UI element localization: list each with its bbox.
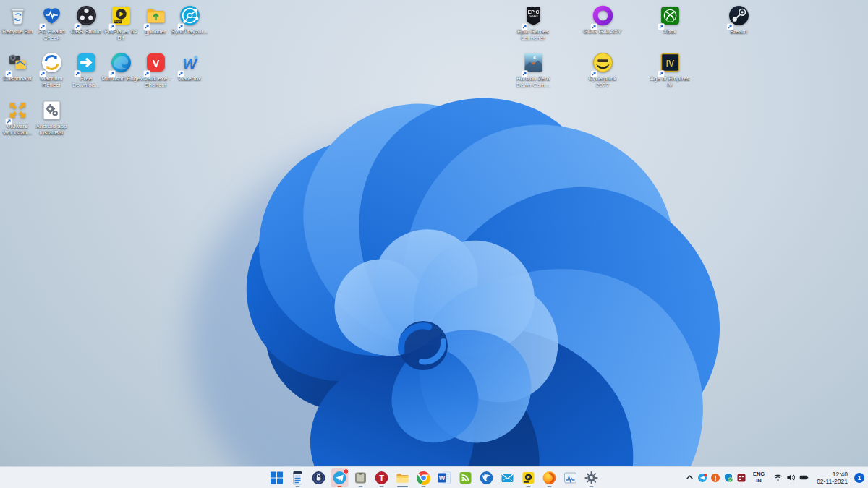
potplayer-d-icon: Player (110, 4, 132, 27)
telegram-taskbar-button[interactable] (331, 468, 349, 487)
tray-app-icons (697, 472, 747, 483)
shortcut-arrow-icon (5, 115, 12, 122)
svg-text:IV: IV (665, 59, 674, 69)
firefox-taskbar-button[interactable] (541, 468, 558, 487)
desktop-icon-synctrayzor[interactable]: SyncTrayzor... (169, 4, 210, 35)
shortcut-arrow-icon (143, 67, 150, 74)
notification-dot-badge (344, 468, 349, 474)
desktop-icon-label: Xbox (663, 28, 676, 35)
running-indicator (338, 486, 342, 488)
tray-overflow-chevron-icon[interactable] (685, 469, 694, 487)
running-indicator (397, 486, 408, 488)
shortcut-arrow-icon (521, 20, 528, 27)
desktop-icon-horizon-zero-dawn[interactable]: Horizon Zero Dawn Com... (513, 51, 553, 88)
dashboard-icon (7, 51, 29, 74)
shortcut-arrow-icon (177, 20, 184, 27)
desktop-icon-label: Microsoft Edge (101, 75, 140, 82)
shortcut-arrow-icon (109, 20, 116, 27)
cyberpunk-icon (592, 51, 614, 74)
edge-icon (110, 51, 132, 74)
shortcut-arrow-icon (590, 20, 597, 27)
running-indicator (380, 486, 384, 488)
recycle-bin-icon (7, 4, 29, 27)
antivirus-check-tray-icon[interactable] (723, 472, 734, 483)
desktop-icon-gog-galaxy[interactable]: GOG GALAXY (582, 4, 623, 35)
password-lock-app-taskbar-button[interactable] (310, 468, 328, 487)
running-indicator (590, 486, 594, 488)
volume-icon (786, 473, 796, 482)
obs-icon (75, 4, 98, 27)
desktop-icon-label: Android app InstallBat (31, 123, 72, 136)
shortcut-arrow-icon (177, 67, 184, 74)
running-indicator (296, 486, 300, 488)
desktop-icon-label: Recycle Bin (2, 28, 33, 35)
horizon-icon (522, 51, 545, 74)
settings-taskbar-button[interactable] (583, 468, 600, 487)
svg-text:T: T (379, 474, 384, 482)
rss-reader-taskbar-button[interactable] (457, 468, 475, 487)
gray-notes-app-taskbar-button[interactable] (352, 468, 370, 487)
desktop-icon-waterfox[interactable]: WWaterfox (169, 51, 210, 82)
aoe4-icon: IV (659, 51, 681, 74)
thunderbird-taskbar-button[interactable] (478, 468, 495, 487)
clock-time: 12:40 (817, 471, 848, 478)
shortcut-arrow-icon (521, 67, 528, 74)
desktop-icon-xbox[interactable]: Xbox (650, 4, 690, 35)
journal-app-taskbar-button[interactable] (289, 468, 307, 487)
desktop-icon-cyberpunk-2077[interactable]: Cyberpunk 2077 (582, 51, 623, 88)
running-indicator (527, 486, 531, 488)
running-indicator (548, 486, 552, 488)
shortcut-arrow-icon (143, 20, 150, 27)
system-tray: ENG IN (685, 467, 866, 488)
svg-text:GAMES: GAMES (529, 15, 538, 18)
alert-tray-icon[interactable] (710, 472, 721, 483)
desktop-icon-epic-games-launcher[interactable]: EPICGAMESEpic Games Launcher (513, 4, 553, 41)
start-button-taskbar-button[interactable] (268, 468, 286, 487)
shortcut-arrow-icon (5, 67, 12, 74)
taskbar: TW ENG IN (0, 466, 868, 488)
potplayer-taskbar-button[interactable] (520, 468, 537, 487)
gpodder-icon (145, 4, 167, 27)
red-t-app-taskbar-button[interactable]: T (373, 468, 391, 487)
shortcut-arrow-icon (658, 67, 665, 74)
task-manager-taskbar-button[interactable] (562, 468, 579, 487)
svg-text:EPIC: EPIC (527, 9, 539, 14)
shortcut-arrow-icon (726, 20, 733, 27)
steam-icon (728, 4, 750, 27)
shortcut-arrow-icon (39, 20, 46, 27)
language-line2: IN (753, 478, 765, 484)
macrium-icon (41, 51, 63, 74)
running-indicator (359, 486, 363, 488)
windows-11-desktop: Recycle BinPC Health CheckOBS StudioPlay… (0, 0, 868, 488)
vivaldi-icon: V (145, 51, 167, 74)
word-taskbar-button[interactable]: W (436, 468, 454, 487)
shortcut-arrow-icon (74, 20, 81, 27)
desktop-icon-steam[interactable]: Steam (718, 4, 759, 35)
svg-text:W: W (439, 474, 446, 481)
gog-icon (592, 4, 614, 27)
android-bat-icon (41, 99, 63, 121)
wifi-icon (773, 473, 783, 482)
desktop-icon-label: Cyberpunk 2077 (582, 75, 623, 88)
telegram-tray-icon[interactable] (697, 472, 708, 483)
mail-taskbar-button[interactable] (499, 468, 516, 487)
chrome-taskbar-button[interactable] (415, 468, 433, 487)
quick-settings-button[interactable] (770, 469, 812, 487)
svg-text:V: V (152, 58, 159, 69)
vmware-icon (7, 99, 29, 121)
notification-count-badge[interactable]: 1 (854, 473, 864, 483)
synctrayzor-icon (179, 4, 201, 27)
desktop-icon-label: Horizon Zero Dawn Com... (513, 75, 553, 88)
desktop-icon-label: Epic Games Launcher (513, 28, 553, 41)
shortcut-arrow-icon (658, 20, 665, 27)
desktop-icon-age-of-empires-iv[interactable]: IVAge of Empires IV (650, 51, 690, 88)
file-explorer-taskbar-button[interactable] (394, 468, 412, 487)
battery-icon (799, 473, 809, 482)
taskbar-clock[interactable]: 12:40 02-11-2021 (814, 469, 850, 487)
waterfox-icon: W (179, 51, 201, 74)
desktop-icon-android-app-installbat[interactable]: Android app InstallBat (31, 99, 72, 136)
shortcut-arrow-icon (590, 67, 597, 74)
running-indicator (422, 486, 426, 488)
security-tray-icon[interactable] (736, 472, 747, 483)
language-indicator[interactable]: ENG IN (750, 469, 767, 487)
